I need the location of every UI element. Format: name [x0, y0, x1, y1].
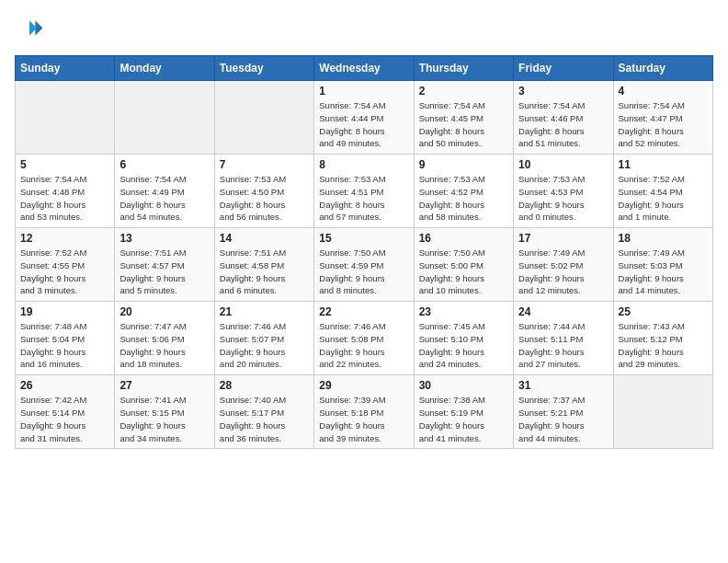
- calendar-cell: 11Sunrise: 7:52 AMSunset: 4:54 PMDayligh…: [613, 155, 712, 228]
- day-number: 20: [119, 305, 209, 318]
- calendar-cell: 14Sunrise: 7:51 AMSunset: 4:58 PMDayligh…: [214, 228, 313, 302]
- calendar-cell: 2Sunrise: 7:54 AMSunset: 4:45 PMDaylight…: [414, 81, 513, 155]
- day-number: 27: [119, 379, 209, 392]
- weekday-header-thursday: Thursday: [414, 56, 513, 81]
- day-info: Sunrise: 7:52 AMSunset: 4:54 PMDaylight:…: [619, 173, 708, 224]
- day-info: Sunrise: 7:50 AMSunset: 4:59 PMDaylight:…: [319, 247, 408, 297]
- day-number: 22: [319, 305, 408, 318]
- day-number: 9: [419, 158, 508, 171]
- weekday-header-wednesday: Wednesday: [314, 56, 414, 81]
- day-number: 28: [220, 379, 309, 392]
- day-number: 31: [518, 379, 608, 392]
- day-info: Sunrise: 7:48 AMSunset: 5:04 PMDaylight:…: [20, 320, 109, 371]
- day-info: Sunrise: 7:51 AMSunset: 4:58 PMDaylight:…: [220, 247, 309, 297]
- day-info: Sunrise: 7:54 AMSunset: 4:44 PMDaylight:…: [319, 99, 408, 150]
- day-number: 24: [518, 305, 608, 318]
- day-number: 14: [220, 232, 309, 245]
- calendar-cell: [214, 81, 313, 155]
- logo-icon: [15, 15, 44, 44]
- day-number: 2: [419, 85, 508, 98]
- day-number: 17: [518, 232, 608, 245]
- day-number: 26: [20, 379, 109, 392]
- day-number: 11: [619, 158, 708, 171]
- calendar-cell: 17Sunrise: 7:49 AMSunset: 5:02 PMDayligh…: [514, 228, 613, 302]
- day-info: Sunrise: 7:38 AMSunset: 5:19 PMDaylight:…: [419, 394, 508, 444]
- day-number: 19: [20, 305, 109, 318]
- day-info: Sunrise: 7:51 AMSunset: 4:57 PMDaylight:…: [119, 247, 209, 297]
- day-number: 21: [220, 305, 309, 318]
- calendar-cell: 3Sunrise: 7:54 AMSunset: 4:46 PMDaylight…: [514, 81, 613, 155]
- day-info: Sunrise: 7:53 AMSunset: 4:51 PMDaylight:…: [319, 173, 408, 224]
- calendar-week-row: 5Sunrise: 7:54 AMSunset: 4:48 PMDaylight…: [16, 155, 713, 228]
- day-info: Sunrise: 7:53 AMSunset: 4:50 PMDaylight:…: [220, 173, 309, 224]
- day-info: Sunrise: 7:37 AMSunset: 5:21 PMDaylight:…: [518, 394, 608, 444]
- day-info: Sunrise: 7:49 AMSunset: 5:03 PMDaylight:…: [619, 247, 708, 297]
- calendar-cell: 23Sunrise: 7:45 AMSunset: 5:10 PMDayligh…: [414, 302, 513, 375]
- calendar-cell: 15Sunrise: 7:50 AMSunset: 4:59 PMDayligh…: [314, 228, 414, 302]
- day-info: Sunrise: 7:43 AMSunset: 5:12 PMDaylight:…: [619, 320, 708, 371]
- day-number: 16: [419, 232, 508, 245]
- day-number: 4: [619, 85, 708, 98]
- calendar-cell: 8Sunrise: 7:53 AMSunset: 4:51 PMDaylight…: [314, 155, 414, 228]
- calendar-cell: 16Sunrise: 7:50 AMSunset: 5:00 PMDayligh…: [414, 228, 513, 302]
- weekday-header-monday: Monday: [115, 56, 214, 81]
- calendar-cell: 18Sunrise: 7:49 AMSunset: 5:03 PMDayligh…: [613, 228, 712, 302]
- day-info: Sunrise: 7:49 AMSunset: 5:02 PMDaylight:…: [518, 247, 608, 297]
- calendar-cell: 27Sunrise: 7:41 AMSunset: 5:15 PMDayligh…: [115, 375, 214, 449]
- day-number: 29: [319, 379, 408, 392]
- day-info: Sunrise: 7:44 AMSunset: 5:11 PMDaylight:…: [518, 320, 608, 371]
- day-number: 7: [220, 158, 309, 171]
- day-info: Sunrise: 7:52 AMSunset: 4:55 PMDaylight:…: [20, 247, 109, 297]
- day-info: Sunrise: 7:42 AMSunset: 5:14 PMDaylight:…: [20, 394, 109, 444]
- day-number: 8: [319, 158, 408, 171]
- weekday-header-friday: Friday: [514, 56, 613, 81]
- calendar-cell: 20Sunrise: 7:47 AMSunset: 5:06 PMDayligh…: [115, 302, 214, 375]
- weekday-header-row: SundayMondayTuesdayWednesdayThursdayFrid…: [16, 56, 713, 81]
- day-info: Sunrise: 7:40 AMSunset: 5:17 PMDaylight:…: [220, 394, 309, 444]
- day-number: 15: [319, 232, 408, 245]
- calendar-cell: 21Sunrise: 7:46 AMSunset: 5:07 PMDayligh…: [214, 302, 313, 375]
- day-number: 25: [619, 305, 708, 318]
- day-number: 12: [20, 232, 109, 245]
- calendar-cell: 9Sunrise: 7:53 AMSunset: 4:52 PMDaylight…: [414, 155, 513, 228]
- calendar-cell: 13Sunrise: 7:51 AMSunset: 4:57 PMDayligh…: [115, 228, 214, 302]
- day-number: 30: [419, 379, 508, 392]
- calendar-cell: 28Sunrise: 7:40 AMSunset: 5:17 PMDayligh…: [214, 375, 313, 449]
- day-number: 13: [119, 232, 209, 245]
- calendar-cell: 30Sunrise: 7:38 AMSunset: 5:19 PMDayligh…: [414, 375, 513, 449]
- logo: [15, 15, 48, 44]
- calendar-cell: 10Sunrise: 7:53 AMSunset: 4:53 PMDayligh…: [514, 155, 613, 228]
- calendar-cell: 5Sunrise: 7:54 AMSunset: 4:48 PMDaylight…: [16, 155, 115, 228]
- day-info: Sunrise: 7:53 AMSunset: 4:53 PMDaylight:…: [518, 173, 608, 224]
- calendar-cell: 1Sunrise: 7:54 AMSunset: 4:44 PMDaylight…: [314, 81, 414, 155]
- calendar-cell: [16, 81, 115, 155]
- calendar-cell: 26Sunrise: 7:42 AMSunset: 5:14 PMDayligh…: [16, 375, 115, 449]
- calendar-cell: 29Sunrise: 7:39 AMSunset: 5:18 PMDayligh…: [314, 375, 414, 449]
- day-number: 1: [319, 85, 408, 98]
- calendar-week-row: 19Sunrise: 7:48 AMSunset: 5:04 PMDayligh…: [16, 302, 713, 375]
- weekday-header-sunday: Sunday: [16, 56, 115, 81]
- calendar-cell: [613, 375, 712, 449]
- calendar-cell: 25Sunrise: 7:43 AMSunset: 5:12 PMDayligh…: [613, 302, 712, 375]
- day-info: Sunrise: 7:41 AMSunset: 5:15 PMDaylight:…: [119, 394, 209, 444]
- day-info: Sunrise: 7:39 AMSunset: 5:18 PMDaylight:…: [319, 394, 408, 444]
- calendar-cell: 22Sunrise: 7:46 AMSunset: 5:08 PMDayligh…: [314, 302, 414, 375]
- calendar-week-row: 12Sunrise: 7:52 AMSunset: 4:55 PMDayligh…: [16, 228, 713, 302]
- calendar-week-row: 1Sunrise: 7:54 AMSunset: 4:44 PMDaylight…: [16, 81, 713, 155]
- calendar-table: SundayMondayTuesdayWednesdayThursdayFrid…: [15, 55, 713, 449]
- day-info: Sunrise: 7:54 AMSunset: 4:49 PMDaylight:…: [119, 173, 209, 224]
- calendar-cell: 7Sunrise: 7:53 AMSunset: 4:50 PMDaylight…: [214, 155, 313, 228]
- day-number: 5: [20, 158, 109, 171]
- day-number: 10: [518, 158, 608, 171]
- day-number: 18: [619, 232, 708, 245]
- calendar-cell: 12Sunrise: 7:52 AMSunset: 4:55 PMDayligh…: [16, 228, 115, 302]
- day-info: Sunrise: 7:54 AMSunset: 4:46 PMDaylight:…: [518, 99, 608, 150]
- weekday-header-tuesday: Tuesday: [214, 56, 313, 81]
- day-info: Sunrise: 7:50 AMSunset: 5:00 PMDaylight:…: [419, 247, 508, 297]
- day-number: 3: [518, 85, 608, 98]
- day-number: 23: [419, 305, 508, 318]
- calendar-cell: 31Sunrise: 7:37 AMSunset: 5:21 PMDayligh…: [514, 375, 613, 449]
- day-info: Sunrise: 7:47 AMSunset: 5:06 PMDaylight:…: [119, 320, 209, 371]
- calendar-cell: 4Sunrise: 7:54 AMSunset: 4:47 PMDaylight…: [613, 81, 712, 155]
- calendar-cell: 19Sunrise: 7:48 AMSunset: 5:04 PMDayligh…: [16, 302, 115, 375]
